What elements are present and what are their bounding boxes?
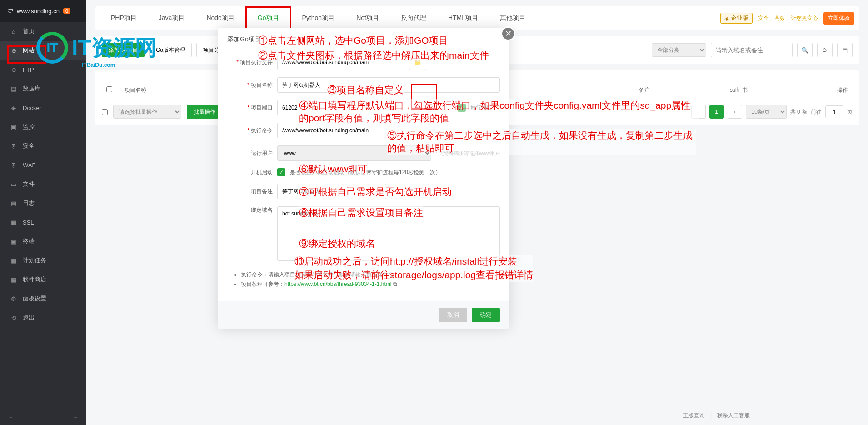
per-page-select[interactable]: 10条/页: [746, 105, 787, 119]
contact-support-link[interactable]: 联系人工客服: [717, 412, 750, 420]
sb-label-9: 日志: [23, 199, 35, 207]
sb-icon-3: ▤: [10, 85, 17, 92]
tab-3[interactable]: Go项目: [245, 6, 291, 30]
sidebar-item-8[interactable]: ▭文件: [0, 175, 86, 194]
user-select[interactable]: www: [277, 145, 431, 161]
notif-badge[interactable]: 0: [63, 8, 70, 14]
remark-input[interactable]: [277, 184, 386, 199]
safe-text: 安全、高效、让您更安心: [758, 15, 818, 22]
sb-icon-11: ▣: [10, 238, 17, 245]
collapse-right-icon[interactable]: ≡: [74, 413, 77, 420]
columns-icon-button[interactable]: ▤: [837, 43, 853, 57]
sidebar-item-1[interactable]: ⊕网站: [0, 41, 86, 60]
tab-5[interactable]: Net项目: [345, 6, 390, 30]
sb-label-11: 终端: [23, 237, 35, 245]
sb-icon-6: ⛨: [10, 142, 17, 150]
cmd-input[interactable]: [277, 123, 386, 138]
sidebar-item-4[interactable]: ◈Docker: [0, 98, 86, 117]
col-ops: 操作: [816, 86, 853, 94]
sidebar-item-10[interactable]: ▦SSL: [0, 213, 86, 232]
genuine-check-link[interactable]: 正版查询: [683, 412, 705, 420]
add-go-project-modal: ✕ 添加Go项目 *项目执行文件 📁 *项目名称 *项目端口 ✓ 放行端口 ? …: [218, 28, 509, 329]
tab-8[interactable]: 其他项目: [489, 6, 536, 30]
close-icon[interactable]: ✕: [501, 26, 515, 41]
sb-label-10: SSL: [23, 219, 34, 226]
tab-6[interactable]: 反向代理: [390, 6, 437, 30]
add-go-project-button[interactable]: 添加Go项目: [102, 43, 145, 57]
sidebar-item-11[interactable]: ▣终端: [0, 232, 86, 251]
footer-info: 正版查询 | 联系人工客服: [683, 412, 750, 420]
batch-action-button[interactable]: 批量操作: [187, 105, 222, 119]
pager-next-button[interactable]: ›: [728, 105, 742, 119]
sidebar-item-0[interactable]: ⌂首页: [0, 22, 86, 41]
exec-file-input[interactable]: [277, 55, 404, 70]
help-icon[interactable]: ?: [497, 105, 500, 111]
pager-prev-button[interactable]: ‹: [691, 105, 706, 119]
search-icon-button[interactable]: 🔍: [797, 43, 813, 57]
goto-label: 前往: [811, 108, 822, 116]
tutorial-link[interactable]: https://www.bt.cn/bbs/thread-93034-1-1.h…: [284, 281, 391, 287]
sb-icon-0: ⌂: [10, 28, 17, 35]
cancel-button[interactable]: 取消: [439, 308, 467, 322]
sb-icon-2: ⊕: [10, 66, 17, 73]
remark-label: 项目备注: [251, 188, 273, 195]
sb-icon-10: ▦: [10, 219, 17, 226]
tip-2: 项目教程可参考：https://www.bt.cn/bbs/thread-930…: [241, 280, 495, 288]
port-input[interactable]: [277, 100, 453, 115]
go-version-manage-button[interactable]: Go版本管理: [149, 43, 192, 57]
external-link-icon: ⧉: [393, 281, 397, 287]
enterprise-badge[interactable]: ◈企业版: [720, 13, 753, 24]
folder-icon-button[interactable]: 📁: [409, 55, 426, 70]
sidebar-item-5[interactable]: ▣监控: [0, 117, 86, 136]
sidebar-item-13[interactable]: ▦软件商店: [0, 270, 86, 289]
category-select[interactable]: 全部分类: [652, 43, 706, 57]
sb-label-8: 文件: [23, 180, 35, 188]
tip-1: 执行命令：请输入项目需要携带的参数，默认请输入执行文件名: [241, 271, 495, 279]
tab-1[interactable]: Java项目: [148, 6, 196, 30]
sidebar-item-6[interactable]: ⛨安全: [0, 136, 86, 155]
sb-label-15: 退出: [23, 314, 35, 322]
sidebar-item-3[interactable]: ▤数据库: [0, 79, 86, 98]
tab-0[interactable]: PHP项目: [100, 6, 148, 30]
sb-label-1: 网站: [23, 46, 35, 55]
sb-icon-13: ▦: [10, 276, 17, 283]
sidebar-item-15[interactable]: ⟲退出: [0, 308, 86, 327]
try-now-button[interactable]: 立即体验: [823, 12, 854, 25]
boot-checkbox[interactable]: ✓: [277, 168, 285, 176]
sb-label-4: Docker: [23, 105, 41, 111]
sidebar-item-14[interactable]: ⚙面板设置: [0, 289, 86, 308]
select-all-checkbox[interactable]: [106, 86, 112, 92]
sidebar-item-9[interactable]: ▤日志: [0, 194, 86, 213]
collapse-left-icon[interactable]: ≡: [9, 413, 13, 420]
project-tabs: PHP项目Java项目Node项目Go项目Python项目Net项目反向代理HT…: [95, 6, 859, 30]
modal-tips: 执行命令：请输入项目需要携带的参数，默认请输入执行文件名 项目教程可参考：htt…: [218, 265, 509, 295]
sb-label-14: 面板设置: [23, 295, 46, 303]
refresh-icon-button[interactable]: ⟳: [817, 43, 833, 57]
name-label: 项目名称: [251, 82, 273, 88]
cmd-label: 执行命令: [251, 127, 273, 134]
tab-2[interactable]: Node项目: [195, 6, 245, 30]
tab-4[interactable]: Python项目: [291, 6, 346, 30]
sidebar-item-7[interactable]: ⛨WAF: [0, 155, 86, 175]
domain-textarea[interactable]: [277, 206, 500, 261]
sb-icon-9: ▤: [10, 200, 17, 207]
project-name-input[interactable]: [277, 77, 500, 93]
col-ssl: ssl证书: [725, 86, 816, 94]
search-input[interactable]: [711, 43, 793, 57]
row-select-checkbox[interactable]: [102, 109, 108, 115]
domain-label: 绑定域名: [251, 207, 273, 213]
tab-7[interactable]: HTML项目: [437, 6, 489, 30]
pager-page-1[interactable]: 1: [709, 105, 724, 119]
allow-port-checkbox[interactable]: ✓: [458, 104, 466, 112]
sidebar-item-2[interactable]: ⊕FTP: [0, 60, 86, 79]
sb-label-13: 软件商店: [23, 275, 46, 284]
batch-select[interactable]: 请选择批量操作: [113, 105, 181, 119]
sidebar: 🛡 www.sunding.cn 0 ⌂首页⊕网站⊕FTP▤数据库◈Docker…: [0, 0, 86, 425]
goto-page-input[interactable]: [825, 105, 843, 118]
sb-label-12: 计划任务: [23, 256, 46, 265]
shield-icon: 🛡: [7, 8, 13, 15]
confirm-button[interactable]: 确定: [472, 308, 500, 322]
sb-icon-7: ⛨: [10, 161, 17, 169]
user-hint: * 无特殊需求请选择www用户: [436, 150, 500, 157]
sidebar-item-12[interactable]: ▦计划任务: [0, 251, 86, 270]
